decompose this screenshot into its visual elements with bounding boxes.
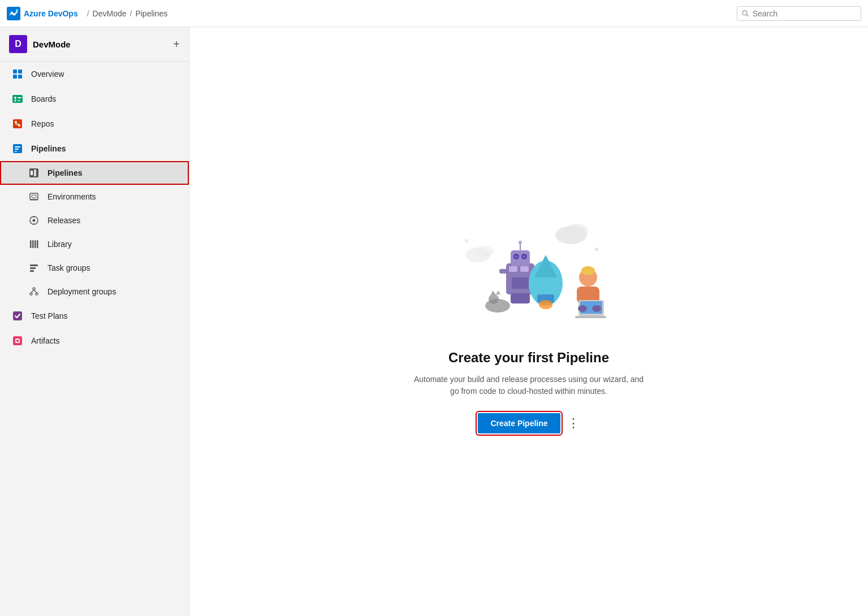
svg-point-76: [539, 300, 552, 309]
sidebar: D DevMode + Overview Boards Repos: [0, 27, 189, 616]
sidebar-subitem-library-label: Library: [47, 240, 72, 249]
breadcrumb-sep2: /: [130, 9, 132, 18]
overview-icon: [11, 67, 24, 81]
pipelines-sub-icon: [27, 166, 41, 180]
svg-point-42: [36, 293, 38, 295]
breadcrumb-devmode[interactable]: DevMode: [93, 9, 127, 18]
sidebar-item-repos[interactable]: Repos: [0, 111, 189, 136]
sidebar-subitem-pipelines[interactable]: Pipelines: [0, 161, 189, 185]
project-avatar: D: [9, 35, 27, 53]
svg-point-84: [581, 266, 595, 275]
svg-line-44: [34, 290, 37, 293]
more-options-button[interactable]: ⋮: [567, 417, 580, 430]
sidebar-subitem-environments[interactable]: Environments: [0, 185, 189, 209]
deployment-groups-icon: [27, 285, 41, 298]
sidebar-item-test-plans-label: Test Plans: [31, 311, 68, 320]
task-groups-icon: [27, 261, 41, 275]
svg-rect-27: [32, 195, 36, 198]
svg-rect-4: [13, 70, 17, 73]
sidebar-subitem-releases-label: Releases: [47, 216, 80, 225]
sidebar-item-boards-label: Boards: [31, 94, 56, 103]
sidebar-subitem-task-groups[interactable]: Task groups: [0, 256, 189, 280]
svg-rect-36: [37, 240, 38, 248]
sidebar-item-artifacts-label: Artifacts: [31, 336, 60, 345]
create-pipeline-button[interactable]: Create Pipeline: [478, 413, 560, 433]
svg-line-43: [31, 290, 34, 293]
svg-marker-57: [491, 290, 495, 294]
svg-rect-24: [34, 170, 36, 176]
svg-rect-5: [18, 70, 22, 73]
topbar: Azure DevOps / DevMode / Pipelines: [0, 0, 868, 27]
svg-point-67: [523, 255, 526, 258]
artifacts-icon: [11, 334, 24, 348]
svg-rect-35: [34, 240, 36, 248]
sidebar-item-overview[interactable]: Overview: [0, 62, 189, 86]
svg-rect-63: [511, 250, 530, 266]
svg-rect-60: [509, 266, 517, 272]
svg-point-52: [476, 246, 494, 257]
svg-point-83: [592, 305, 601, 312]
svg-rect-48: [16, 340, 19, 342]
pipelines-header-icon: [11, 142, 24, 155]
svg-point-66: [515, 255, 518, 258]
breadcrumb: / DevMode / Pipelines: [87, 9, 168, 18]
svg-point-54: [465, 239, 468, 242]
svg-point-53: [595, 248, 598, 251]
svg-rect-20: [15, 149, 19, 150]
sidebar-subitem-deployment-groups-label: Deployment groups: [47, 287, 116, 296]
pipeline-illustration: [433, 210, 625, 334]
empty-state: Create your first Pipeline Automate your…: [387, 187, 670, 456]
empty-state-actions: Create Pipeline ⋮: [478, 413, 579, 433]
main-content: Create your first Pipeline Automate your…: [189, 27, 868, 616]
empty-state-description: Automate your build and release processe…: [410, 374, 647, 397]
sidebar-item-pipelines-header-label: Pipelines: [31, 144, 66, 153]
empty-state-title: Create your first Pipeline: [448, 350, 609, 366]
repos-icon: [11, 117, 24, 131]
sidebar-subitem-deployment-groups[interactable]: Deployment groups: [0, 280, 189, 303]
search-icon: [742, 10, 749, 18]
sidebar-item-repos-label: Repos: [31, 119, 54, 128]
svg-point-2: [742, 10, 747, 15]
add-project-button[interactable]: +: [173, 38, 180, 50]
main-layout: D DevMode + Overview Boards Repos: [0, 27, 868, 616]
svg-rect-62: [512, 277, 529, 289]
svg-point-40: [33, 288, 35, 290]
boards-icon: [11, 92, 24, 106]
svg-rect-11: [18, 97, 21, 98]
svg-rect-23: [31, 171, 33, 175]
svg-rect-12: [18, 100, 20, 101]
search-box[interactable]: [737, 6, 861, 21]
sidebar-item-test-plans[interactable]: Test Plans: [0, 303, 189, 328]
svg-rect-8: [12, 95, 23, 103]
svg-rect-7: [18, 75, 22, 79]
svg-point-69: [519, 241, 522, 244]
sidebar-item-artifacts[interactable]: Artifacts: [0, 328, 189, 353]
svg-marker-58: [496, 290, 500, 294]
project-name: DevMode: [33, 40, 167, 49]
svg-point-10: [14, 99, 16, 102]
svg-rect-70: [499, 269, 507, 274]
sidebar-subitem-pipelines-label: Pipelines: [47, 168, 82, 177]
app-logo[interactable]: Azure DevOps: [7, 7, 78, 20]
svg-rect-38: [30, 267, 36, 269]
svg-rect-19: [15, 146, 20, 148]
sidebar-subitem-releases[interactable]: Releases: [0, 209, 189, 232]
sidebar-subitem-library[interactable]: Library: [0, 232, 189, 256]
sidebar-item-boards[interactable]: Boards: [0, 86, 189, 111]
test-plans-icon: [11, 309, 24, 323]
breadcrumb-pipelines[interactable]: Pipelines: [135, 9, 167, 18]
svg-point-56: [489, 294, 499, 304]
releases-icon: [27, 214, 41, 227]
svg-rect-37: [30, 264, 38, 266]
sidebar-item-overview-label: Overview: [31, 70, 64, 79]
sidebar-item-pipelines-header[interactable]: Pipelines: [0, 136, 189, 161]
svg-point-30: [33, 219, 36, 222]
svg-point-41: [30, 293, 32, 295]
library-icon: [27, 237, 41, 251]
svg-point-14: [15, 121, 17, 123]
search-input[interactable]: [753, 9, 856, 18]
svg-rect-72: [511, 293, 530, 303]
svg-rect-39: [30, 270, 34, 272]
svg-rect-28: [30, 199, 38, 201]
environments-icon: [27, 190, 41, 203]
